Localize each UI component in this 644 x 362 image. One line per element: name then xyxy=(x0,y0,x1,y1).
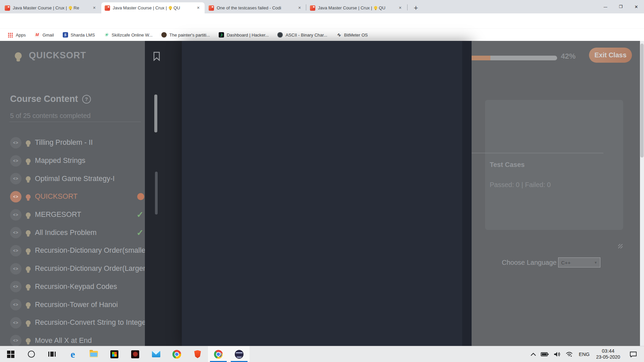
progress-note: 5 of 25 contents completed xyxy=(10,112,91,120)
editor-scrollbar[interactable] xyxy=(462,41,472,346)
course-item[interactable]: QUICKSORT xyxy=(0,188,145,206)
bookmark-label: BitMeter OS xyxy=(344,33,368,38)
course-item[interactable]: Optimal Game Strategy-I xyxy=(0,170,145,188)
edge-icon: e xyxy=(70,349,75,359)
bulb-icon xyxy=(26,266,31,271)
bookmark-favicon-icon xyxy=(8,32,13,38)
divider xyxy=(9,122,141,122)
exit-class-button[interactable]: Exit Class xyxy=(589,48,632,63)
task-view-button[interactable] xyxy=(42,346,62,362)
course-item[interactable]: Recursion-Dictionary Order(Larger) xyxy=(0,260,145,278)
eclipse-button[interactable] xyxy=(229,346,250,362)
tab-strip: Java Master Course | Crux | Re Java Mast… xyxy=(0,0,644,13)
bookmark-item[interactable]: BitMeter OS xyxy=(332,30,372,40)
tab-close-icon[interactable] xyxy=(397,5,403,11)
tab-close-icon[interactable] xyxy=(91,5,97,11)
bookmark-item[interactable]: ASCII - Binary Char... xyxy=(273,30,331,40)
bookmark-item[interactable]: Gmail xyxy=(30,30,58,40)
volume-icon[interactable] xyxy=(551,346,563,362)
code-brackets-icon xyxy=(10,173,21,184)
browser-tab[interactable]: Java Master Course | Crux | Re xyxy=(1,2,101,13)
tab-close-icon[interactable] xyxy=(297,5,303,11)
battery-icon[interactable] xyxy=(538,346,551,362)
bookmark-label: Dashboard | Hacker... xyxy=(227,33,269,38)
sidebar-scrollbar-thumb[interactable] xyxy=(154,95,157,132)
close-button[interactable] xyxy=(629,0,644,13)
taskbar: e ENG xyxy=(0,346,644,362)
chrome-button[interactable] xyxy=(166,346,187,362)
start-button[interactable] xyxy=(0,346,21,362)
test-summary: Passed: 0 | Failed: 0 xyxy=(490,181,551,189)
tab-close-icon[interactable] xyxy=(195,5,201,11)
system-tray: ENG 03:44 23-05-2020 xyxy=(528,346,644,362)
edge-button[interactable]: e xyxy=(62,346,83,362)
microsoft-store-button[interactable] xyxy=(104,346,125,362)
bookmark-favicon-icon xyxy=(336,32,341,38)
mail-button[interactable] xyxy=(146,346,166,362)
bookmark-item[interactable]: The painter's partiti... xyxy=(157,30,214,40)
test-cases-title: Test Cases xyxy=(490,161,525,169)
course-item[interactable]: Recursion-Dictionary Order(smaller) xyxy=(0,242,145,260)
language-dropdown[interactable]: C++ xyxy=(558,257,600,267)
codingblocks-favicon-icon xyxy=(209,5,214,11)
tab-title-end: Re xyxy=(73,5,79,10)
course-item[interactable]: Recursion-Keypad Codes xyxy=(0,278,145,296)
code-brackets-icon xyxy=(10,263,21,275)
course-item[interactable]: Move All X at End xyxy=(0,332,145,346)
help-icon[interactable] xyxy=(82,95,91,104)
page-scrollbar[interactable] xyxy=(640,41,644,346)
browser-tab[interactable]: Java Master Course | Crux | QU xyxy=(101,2,205,13)
course-item[interactable]: MERGESORT xyxy=(0,206,145,224)
bookmarks-bar: Apps Gmail Sharda LMS Skillzcafe Online … xyxy=(0,29,644,41)
course-progress-fill xyxy=(472,56,490,60)
bookmark-item[interactable]: Dashboard | Hacker... xyxy=(214,30,273,40)
course-sidebar: QUICKSORT Course Content 5 of 25 content… xyxy=(0,41,145,346)
code-brackets-icon xyxy=(10,227,21,238)
sidebar-scrollbar-thumb-secondary[interactable] xyxy=(155,172,158,215)
bookmark-label: The painter's partiti... xyxy=(169,33,210,38)
tab-list: Java Master Course | Crux | Re Java Mast… xyxy=(0,0,644,13)
wifi-icon[interactable] xyxy=(563,346,575,362)
course-item[interactable]: Recursion-Convert String to Integer xyxy=(0,314,145,332)
taskbar-apps: e xyxy=(0,346,250,362)
taskbar-clock[interactable]: 03:44 23-05-2020 xyxy=(593,348,625,360)
eclipse-icon xyxy=(235,350,244,359)
language-indicator[interactable]: ENG xyxy=(575,351,593,357)
bulb-icon xyxy=(26,140,31,145)
course-item-label: Recursion-Convert String to Integer xyxy=(35,318,145,327)
task-view-icon xyxy=(48,352,56,357)
page-scrollbar-thumb[interactable] xyxy=(640,44,644,158)
bookmark-item[interactable]: Skillzcafe Online W... xyxy=(99,30,157,40)
course-item-label: Recursion-Dictionary Order(smaller) xyxy=(35,246,145,255)
tray-chevron-up-icon[interactable] xyxy=(528,346,538,362)
course-item-label: Tilling Problem - II xyxy=(35,138,93,147)
minimize-button[interactable] xyxy=(598,0,613,13)
game-app-button[interactable] xyxy=(125,346,146,362)
code-brackets-icon xyxy=(10,299,21,310)
file-explorer-button[interactable] xyxy=(83,346,104,362)
microsoft-store-icon xyxy=(110,350,118,358)
browser-tab[interactable]: Java Master Course | Crux | QU xyxy=(307,2,407,13)
chrome-profile-button[interactable] xyxy=(208,346,229,362)
clock-time: 03:44 xyxy=(593,348,623,354)
save-bookmark-icon[interactable] xyxy=(153,52,160,61)
windows-logo-icon xyxy=(7,351,10,354)
red-shield-app-button[interactable] xyxy=(187,346,208,362)
bookmark-favicon-icon xyxy=(219,32,224,38)
new-tab-button[interactable] xyxy=(411,3,421,13)
profile-photo-icon xyxy=(217,352,222,357)
course-item[interactable]: All Indices Problem xyxy=(0,224,145,242)
bulb-icon xyxy=(26,284,31,289)
bulb-icon xyxy=(26,302,31,307)
cortana-search-button[interactable] xyxy=(21,346,42,362)
resize-grip-icon[interactable] xyxy=(618,244,623,248)
restore-button[interactable] xyxy=(613,0,629,13)
bookmark-label: Skillzcafe Online W... xyxy=(112,33,153,38)
browser-tab[interactable]: One of the testcases failed - Codi xyxy=(205,2,306,13)
bookmark-item[interactable]: Sharda LMS xyxy=(58,30,99,40)
course-item[interactable]: Mapped Strings xyxy=(0,152,145,170)
course-item[interactable]: Tilling Problem - II xyxy=(0,134,145,152)
action-center-icon[interactable] xyxy=(627,346,639,362)
course-item[interactable]: Recursion-Tower of Hanoi xyxy=(0,296,145,314)
bookmark-item[interactable]: Apps xyxy=(3,30,30,40)
